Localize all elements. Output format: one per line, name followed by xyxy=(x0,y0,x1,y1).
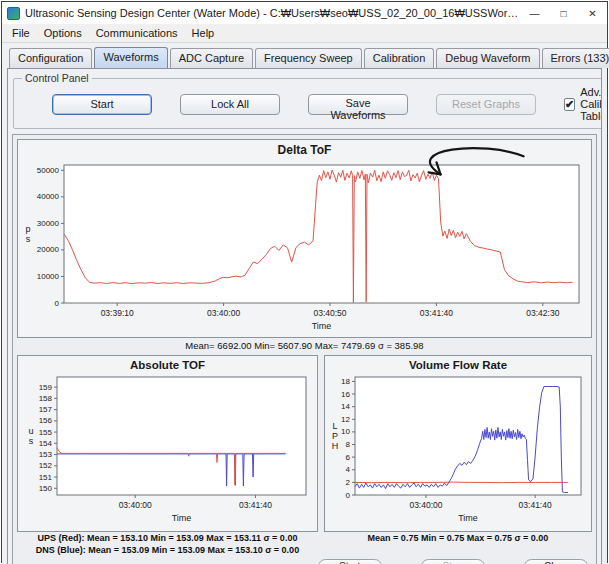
checkbox-label: Adv. Calibration Table xyxy=(580,86,602,122)
tab-errors[interactable]: Errors (133) ✕ xyxy=(542,48,609,68)
svg-text:16: 16 xyxy=(341,390,350,399)
svg-text:03:41:40: 03:41:40 xyxy=(519,500,552,510)
svg-text:4: 4 xyxy=(346,465,351,474)
menu-item-communications[interactable]: Communications xyxy=(89,25,185,41)
svg-text:s: s xyxy=(26,234,31,244)
ups-stats: UPS (Red): Mean = 153.10 Min = 153.09 Ma… xyxy=(17,532,318,544)
svg-text:03:41:40: 03:41:40 xyxy=(420,308,453,318)
tab-label: Frequency Sweep xyxy=(264,52,353,64)
window-title: Ultrasonic Sensing Design Center (Water … xyxy=(25,7,520,19)
app-window: Ultrasonic Sensing Design Center (Water … xyxy=(1,1,608,563)
svg-text:10: 10 xyxy=(341,427,350,436)
reset-graphs-button[interactable]: Reset Graphs xyxy=(436,94,536,115)
tab-label: Debug Waveform xyxy=(445,52,530,64)
tab-label: Errors (133) xyxy=(551,52,609,64)
absolute-tof-chart-panel: Absolute TOF 150151152153154155156157158… xyxy=(17,355,318,532)
absolute-tof-chart-title: Absolute TOF xyxy=(18,356,317,371)
svg-text:03:40:00: 03:40:00 xyxy=(409,500,442,510)
tab-configuration[interactable]: Configuration xyxy=(9,48,92,68)
svg-text:u: u xyxy=(28,426,33,436)
svg-text:151: 151 xyxy=(39,473,53,482)
svg-text:03:42:30: 03:42:30 xyxy=(526,308,559,318)
svg-text:03:40:50: 03:40:50 xyxy=(313,308,346,318)
volume-flow-chart-panel: Volume Flow Rate 02468101214161803:40:00… xyxy=(324,355,592,532)
absolute-tof-block: Absolute TOF 150151152153154155156157158… xyxy=(17,355,318,556)
waveforms-tab-panel: Control Panel Start Lock All Save Wavefo… xyxy=(7,68,602,564)
svg-text:153: 153 xyxy=(39,450,53,459)
delta-tof-chart-panel: Delta ToF 0100002000030000400005000003:3… xyxy=(17,139,592,338)
svg-text:P: P xyxy=(332,431,338,441)
svg-text:H: H xyxy=(332,441,339,451)
tab-frequency-sweep[interactable]: Frequency Sweep xyxy=(255,48,362,68)
charts-area: Delta ToF 0100002000030000400005000003:3… xyxy=(12,134,597,564)
flow-stats: Mean = 0.75 Min = 0.75 Max = 0.75 σ = 0.… xyxy=(324,532,592,544)
volume-flow-chart-title: Volume Flow Rate xyxy=(325,356,591,371)
footer-clear-button[interactable]: Clear xyxy=(524,559,588,564)
svg-text:03:40:00: 03:40:00 xyxy=(207,308,240,318)
delta-tof-chart-canvas[interactable]: 0100002000030000400005000003:39:1003:40:… xyxy=(18,157,593,337)
svg-text:152: 152 xyxy=(39,461,53,470)
app-icon xyxy=(7,7,20,20)
checkbox-check-icon[interactable]: ✔ xyxy=(564,98,575,111)
svg-text:150: 150 xyxy=(39,484,53,493)
svg-text:s: s xyxy=(29,436,34,446)
bottom-charts-row: Absolute TOF 150151152153154155156157158… xyxy=(17,355,592,556)
svg-text:03:39:10: 03:39:10 xyxy=(101,308,134,318)
tab-label: Waveforms xyxy=(103,51,158,63)
menu-item-help[interactable]: Help xyxy=(185,25,222,41)
control-panel-group: Control Panel Start Lock All Save Wavefo… xyxy=(13,72,602,129)
svg-text:157: 157 xyxy=(39,405,53,414)
svg-text:155: 155 xyxy=(39,428,53,437)
svg-text:03:41:40: 03:41:40 xyxy=(239,500,272,510)
svg-text:20000: 20000 xyxy=(37,245,60,254)
tab-strip: Configuration Waveforms ADC Capture Freq… xyxy=(9,46,602,68)
svg-text:6: 6 xyxy=(346,453,351,462)
absolute-tof-chart-canvas[interactable]: 15015115215315415515615715815903:40:0003… xyxy=(21,371,314,531)
delta-tof-chart-title: Delta ToF xyxy=(18,140,591,157)
footer-start-button[interactable]: Start xyxy=(318,559,382,564)
tab-label: ADC Capture xyxy=(179,52,244,64)
tab-waveforms[interactable]: Waveforms xyxy=(94,47,167,68)
close-button[interactable]: ✕ xyxy=(578,2,607,24)
svg-text:14: 14 xyxy=(341,402,350,411)
svg-text:0: 0 xyxy=(55,299,60,308)
svg-text:L: L xyxy=(332,421,337,431)
control-panel-row: Start Lock All Save Waveforms Reset Grap… xyxy=(22,85,602,122)
svg-text:2: 2 xyxy=(346,478,351,487)
svg-text:p: p xyxy=(25,224,30,234)
svg-text:154: 154 xyxy=(39,439,53,448)
footer-stop-button[interactable]: Stop xyxy=(421,559,485,564)
tab-label: Configuration xyxy=(18,52,83,64)
svg-text:Time: Time xyxy=(458,513,478,523)
delta-tof-stats: Mean= 6692.00 Min= 5607.90 Max= 7479.69 … xyxy=(17,338,592,352)
svg-text:0: 0 xyxy=(346,491,351,500)
minimize-button[interactable]: — xyxy=(520,2,549,24)
svg-text:40000: 40000 xyxy=(37,192,60,201)
control-panel-title: Control Panel xyxy=(22,72,92,84)
tab-debug-waveform[interactable]: Debug Waveform xyxy=(436,48,539,68)
tab-calibration[interactable]: Calibration xyxy=(364,48,435,68)
volume-flow-chart-canvas[interactable]: 02468101214161803:40:0003:41:40TimeLPH xyxy=(325,371,591,531)
svg-text:18: 18 xyxy=(341,377,350,386)
maximize-button[interactable]: □ xyxy=(549,2,578,24)
svg-text:10000: 10000 xyxy=(37,272,60,281)
svg-text:159: 159 xyxy=(39,383,53,392)
menu-bar: File Options Communications Help xyxy=(2,24,607,43)
menu-item-file[interactable]: File xyxy=(5,25,37,41)
lock-all-button[interactable]: Lock All xyxy=(180,94,280,115)
tab-adc-capture[interactable]: ADC Capture xyxy=(170,48,253,68)
menu-item-options[interactable]: Options xyxy=(37,25,89,41)
svg-text:156: 156 xyxy=(39,416,53,425)
svg-text:03:40:00: 03:40:00 xyxy=(119,500,152,510)
start-button[interactable]: Start xyxy=(52,94,152,115)
svg-text:Time: Time xyxy=(172,513,192,523)
svg-text:30000: 30000 xyxy=(37,219,60,228)
title-bar[interactable]: Ultrasonic Sensing Design Center (Water … xyxy=(2,2,607,24)
svg-text:158: 158 xyxy=(39,394,53,403)
footer-button-row: Start Stop Clear xyxy=(318,559,588,564)
window-controls: — □ ✕ xyxy=(520,2,607,24)
adv-calibration-checkbox[interactable]: ✔ Adv. Calibration Table xyxy=(564,86,602,122)
tab-label: Calibration xyxy=(373,52,426,64)
save-waveforms-button[interactable]: Save Waveforms xyxy=(308,94,408,115)
volume-flow-block: Volume Flow Rate 02468101214161803:40:00… xyxy=(324,355,592,556)
